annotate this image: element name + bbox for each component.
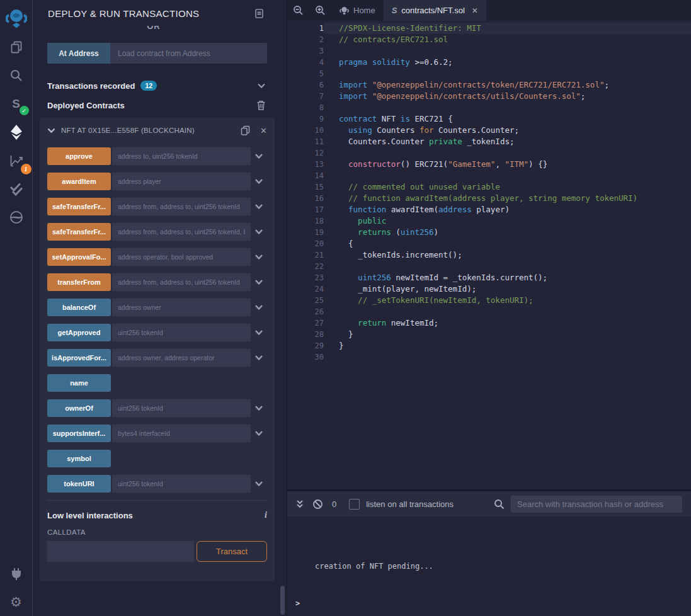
close-icon[interactable]: ✕ xyxy=(260,126,267,135)
line-number: 6 xyxy=(287,79,324,91)
function-args-input[interactable] xyxy=(112,299,251,316)
contract-function-button[interactable]: tokenURI xyxy=(47,475,111,493)
sidebar-item-solidity-compiler[interactable]: S ✓ xyxy=(0,89,33,118)
sidebar-item-deploy-run[interactable] xyxy=(0,118,33,146)
function-args-input[interactable] xyxy=(112,349,251,367)
expand-arguments-icon[interactable] xyxy=(251,279,267,285)
contract-function-button[interactable]: approve xyxy=(47,147,111,165)
code-line: 21 _tokenIds.increment(); xyxy=(287,249,691,261)
line-number: 1 xyxy=(287,23,324,34)
contract-function-button[interactable]: awardItem xyxy=(47,173,111,190)
code-line: 13 constructor() ERC721("GameItem", "ITM… xyxy=(287,159,691,170)
deployed-contract-header[interactable]: NFT AT 0X15E...E558F (BLOCKCHAIN) ✕ xyxy=(47,125,267,135)
transact-button[interactable]: Transact xyxy=(197,541,267,562)
contract-function-button[interactable]: safeTransferFr... xyxy=(47,223,111,241)
contract-function-button[interactable]: symbol xyxy=(47,450,111,467)
expand-arguments-icon[interactable] xyxy=(251,153,267,159)
line-number: 17 xyxy=(287,204,324,215)
at-address-input[interactable] xyxy=(110,43,267,64)
expand-arguments-icon[interactable] xyxy=(251,229,267,235)
copy-icon[interactable] xyxy=(241,125,250,135)
function-args-input[interactable] xyxy=(112,475,251,493)
code-line: 23 uint256 newItemId = _tokenIds.current… xyxy=(287,272,691,283)
code-line: 1//SPDX-License-Identifier: MIT xyxy=(287,23,691,34)
globe-icon xyxy=(9,210,24,225)
sidebar-item-search[interactable] xyxy=(0,61,33,89)
function-args-input[interactable] xyxy=(112,248,251,266)
terminal-search-input[interactable] xyxy=(511,496,682,513)
sidebar-item-plugin-globe[interactable] xyxy=(0,203,33,231)
contract-function-button[interactable]: safeTransferFr... xyxy=(47,198,111,215)
sidebar-item-analysis[interactable]: 1 xyxy=(0,146,33,174)
chevron-down-icon[interactable] xyxy=(257,83,266,89)
sidebar-item-file-explorer[interactable] xyxy=(0,33,33,61)
function-args-input[interactable] xyxy=(112,399,251,417)
search-icon xyxy=(494,499,505,510)
sidebar-item-plugin-manager[interactable] xyxy=(0,559,33,588)
function-args-input[interactable] xyxy=(112,223,251,241)
collapse-icon[interactable] xyxy=(296,499,304,509)
terminal-header: 0 listen on all transactions xyxy=(287,491,691,516)
contract-function-button[interactable]: transferFrom xyxy=(47,273,111,291)
contract-function-row: approve xyxy=(47,147,267,165)
zoom-in-icon[interactable] xyxy=(309,0,331,21)
contract-function-row: balanceOf xyxy=(47,299,267,316)
line-number: 12 xyxy=(287,147,324,159)
zoom-out-icon[interactable] xyxy=(287,0,309,21)
contract-function-button[interactable]: ownerOf xyxy=(47,399,111,417)
ban-icon[interactable] xyxy=(312,499,323,510)
info-icon[interactable]: i xyxy=(265,510,267,520)
line-number: 11 xyxy=(287,136,324,147)
contract-function-row: name xyxy=(47,374,267,392)
line-number: 30 xyxy=(287,351,324,363)
expand-arguments-icon[interactable] xyxy=(251,481,267,487)
panel-scrollbar[interactable] xyxy=(280,586,285,615)
at-address-button[interactable]: At Address xyxy=(47,43,110,64)
tab-nft-sol[interactable]: S contracts/NFT.sol ✕ xyxy=(384,0,486,21)
trash-icon[interactable] xyxy=(256,100,266,110)
function-args-input[interactable] xyxy=(112,425,251,442)
expand-arguments-icon[interactable] xyxy=(251,355,267,361)
expand-arguments-icon[interactable] xyxy=(251,304,267,311)
expand-arguments-icon[interactable] xyxy=(251,405,267,411)
contract-function-button[interactable]: setApprovalFo... xyxy=(47,248,111,266)
line-number: 9 xyxy=(287,113,324,125)
listen-all-transactions-checkbox[interactable] xyxy=(349,499,360,510)
expand-arguments-icon[interactable] xyxy=(251,430,267,436)
expand-arguments-icon[interactable] xyxy=(251,254,267,260)
line-number: 7 xyxy=(287,91,324,102)
expand-arguments-icon[interactable] xyxy=(251,178,267,185)
sidebar-item-settings[interactable]: ⚙ xyxy=(0,588,33,616)
code-line: 5 xyxy=(287,68,691,79)
line-number: 2 xyxy=(287,34,324,45)
sidebar-item-unit-testing[interactable] xyxy=(0,174,33,203)
deployed-contract-card: NFT AT 0X15E...E558F (BLOCKCHAIN) ✕ appr… xyxy=(40,118,275,581)
code-editor[interactable]: 1//SPDX-License-Identifier: MIT2// contr… xyxy=(287,21,691,489)
tab-home[interactable]: Home xyxy=(331,0,384,21)
deployed-contract-title: NFT AT 0X15E...E558F (BLOCKCHAIN) xyxy=(61,127,195,134)
contract-function-button[interactable]: name xyxy=(47,374,111,392)
contract-function-button[interactable]: isApprovedFor... xyxy=(47,349,111,367)
line-number: 8 xyxy=(287,102,324,113)
function-args-input[interactable] xyxy=(112,147,251,165)
function-args-input[interactable] xyxy=(112,273,251,291)
docs-icon[interactable] xyxy=(254,8,265,19)
line-number: 19 xyxy=(287,227,324,238)
function-args-input[interactable] xyxy=(112,198,251,215)
contract-function-row: safeTransferFr... xyxy=(47,223,267,241)
expand-arguments-icon[interactable] xyxy=(251,203,267,210)
close-icon[interactable]: ✕ xyxy=(472,6,478,15)
panel-resize-gutter[interactable] xyxy=(275,0,287,616)
terminal-body[interactable]: creation of NFT pending... > xyxy=(287,516,691,616)
calldata-input[interactable] xyxy=(47,541,194,562)
double-check-icon xyxy=(8,181,25,197)
contract-function-row: setApprovalFo... xyxy=(47,248,267,266)
contract-function-button[interactable]: balanceOf xyxy=(47,299,111,316)
function-args-input[interactable] xyxy=(112,173,251,190)
line-number: 5 xyxy=(287,68,324,79)
contract-function-button[interactable]: supportsInterf... xyxy=(47,425,111,442)
chevron-down-icon[interactable] xyxy=(47,128,55,134)
contract-function-button[interactable]: getApproved xyxy=(47,324,111,341)
function-args-input[interactable] xyxy=(112,324,251,341)
expand-arguments-icon[interactable] xyxy=(251,329,267,336)
